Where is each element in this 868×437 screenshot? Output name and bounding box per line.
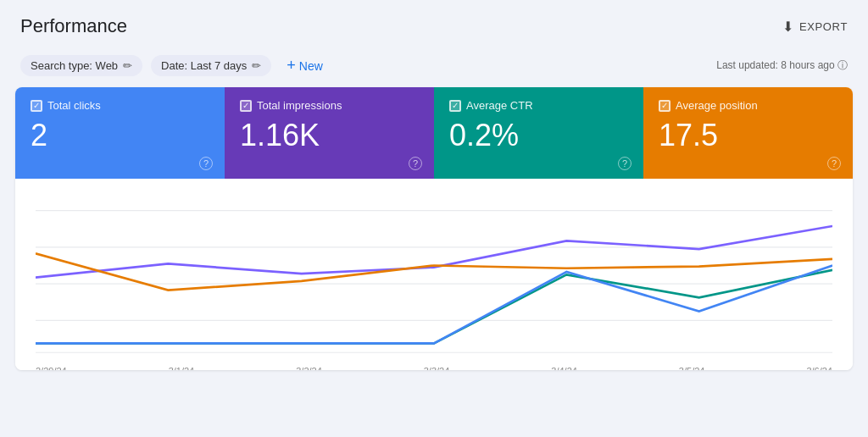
metric-label-position: Average position (676, 99, 758, 112)
last-updated-text: Last updated: 8 hours ago ⓘ (716, 58, 848, 73)
page: Performance ⬇ EXPORT Search type: Web ✏ … (0, 0, 868, 437)
metric-average-position[interactable]: ✓ Average position 17.5 ? (643, 87, 853, 179)
export-label: EXPORT (799, 20, 848, 33)
x-label-6: 3/5/24 (679, 366, 705, 370)
metric-label-clicks: Total clicks (47, 99, 101, 112)
chart-svg (36, 192, 832, 362)
metric-total-impressions[interactable]: ✓ Total impressions 1.16K ? (225, 87, 434, 179)
chart-area: 2/29/24 3/1/24 3/2/24 3/3/24 3/4/24 3/5/… (15, 179, 853, 370)
page-title: Performance (20, 15, 127, 37)
metric-value-position: 17.5 (659, 119, 837, 152)
metrics-row: ✓ Total clicks 2 ? ✓ Total impressions 1… (15, 87, 853, 179)
main-content: ✓ Total clicks 2 ? ✓ Total impressions 1… (15, 87, 853, 370)
toolbar: Search type: Web ✏ Date: Last 7 days ✏ +… (0, 46, 868, 87)
edit-icon: ✏ (123, 59, 132, 72)
checkbox-position: ✓ (659, 100, 670, 112)
metric-average-ctr[interactable]: ✓ Average CTR 0.2% ? (434, 87, 643, 179)
x-label-4: 3/3/24 (424, 366, 450, 370)
metric-header-impressions: ✓ Total impressions (240, 99, 419, 112)
edit-icon-2: ✏ (252, 59, 261, 72)
metric-label-impressions: Total impressions (257, 99, 342, 112)
export-icon: ⬇ (782, 19, 794, 35)
x-label-5: 3/4/24 (551, 366, 577, 370)
metric-value-ctr: 0.2% (449, 119, 628, 152)
export-button[interactable]: ⬇ EXPORT (782, 19, 848, 35)
metric-value-impressions: 1.16K (240, 119, 419, 152)
header: Performance ⬇ EXPORT (0, 0, 868, 46)
search-type-filter[interactable]: Search type: Web ✏ (20, 55, 142, 76)
metric-label-ctr: Average CTR (466, 99, 533, 112)
metric-header-ctr: ✓ Average CTR (449, 99, 628, 112)
help-icon-clicks[interactable]: ? (199, 157, 213, 170)
x-axis-labels: 2/29/24 3/1/24 3/2/24 3/3/24 3/4/24 3/5/… (36, 364, 832, 370)
checkbox-impressions: ✓ (240, 100, 252, 112)
help-icon-ctr[interactable]: ? (618, 157, 632, 170)
metric-total-clicks[interactable]: ✓ Total clicks 2 ? (15, 87, 225, 179)
metric-value-clicks: 2 (31, 119, 209, 152)
x-label-3: 3/2/24 (296, 366, 322, 370)
date-filter[interactable]: Date: Last 7 days ✏ (151, 55, 271, 76)
new-label: New (299, 59, 323, 73)
metric-header-clicks: ✓ Total clicks (31, 99, 209, 112)
plus-icon: + (287, 57, 296, 75)
date-label: Date: Last 7 days (161, 59, 247, 72)
search-type-label: Search type: Web (31, 59, 118, 72)
checkbox-clicks: ✓ (31, 100, 42, 112)
help-icon-position[interactable]: ? (827, 157, 841, 170)
metric-header-position: ✓ Average position (659, 99, 837, 112)
x-label-1: 2/29/24 (36, 366, 67, 370)
x-label-7: 3/6/24 (806, 366, 832, 370)
help-icon-impressions[interactable]: ? (409, 157, 422, 170)
checkbox-ctr: ✓ (449, 100, 461, 112)
new-button[interactable]: + New (280, 53, 330, 79)
x-label-2: 3/1/24 (169, 366, 195, 370)
